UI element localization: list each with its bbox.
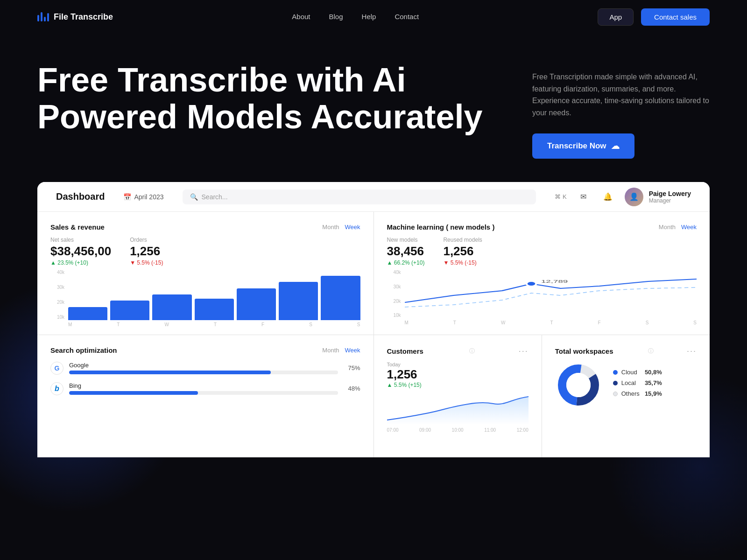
others-value: 15,9%	[643, 390, 662, 397]
bing-name: Bing	[69, 382, 338, 389]
search-tab-month[interactable]: Month	[322, 347, 339, 354]
search-placeholder: Search...	[202, 193, 228, 201]
svg-point-0	[526, 281, 536, 286]
search-tab-week[interactable]: Week	[345, 347, 360, 354]
reused-change: ▼ 5.5% (-15)	[443, 259, 482, 266]
ml-y-labels: 40k30k20k10k	[387, 270, 401, 325]
customers-line-chart	[387, 392, 529, 425]
nav-actions: App Contact sales	[598, 8, 710, 26]
hero-section: Free Transcribe with Ai Powered Models A…	[0, 34, 747, 177]
sales-tabs: Month Week	[322, 224, 360, 231]
bing-pct: 48%	[344, 385, 360, 392]
workspaces-more-icon[interactable]: ···	[687, 346, 697, 356]
sales-chart-area: 40k30k20k10k MTWTFSS	[50, 270, 360, 327]
sales-y-labels: 40k30k20k10k	[50, 270, 64, 327]
sales-panel-title: Sales & revenue	[50, 223, 105, 231]
logo-text: File Transcribe	[54, 12, 113, 22]
sales-x-labels: MTWTFSS	[68, 322, 360, 327]
net-sales-label: Net sales	[50, 237, 111, 243]
customers-value: 1,256	[387, 367, 529, 382]
navbar: File Transcribe About Blog Help Contact …	[0, 0, 747, 34]
ml-tabs: Month Week	[659, 224, 697, 231]
svg-point-6	[566, 373, 591, 397]
workspaces-info-icon: ⓘ	[648, 347, 654, 355]
workspaces-panel-title: Total workspaces	[555, 347, 613, 355]
orders-value: 1,256	[130, 244, 163, 259]
sales-revenue-panel: Sales & revenue Month Week Net sales $38…	[37, 212, 374, 335]
net-sales-change: ▲ 23.5% (+10)	[50, 259, 111, 266]
google-name: Google	[69, 362, 338, 369]
mail-icon[interactable]: ✉	[576, 189, 591, 204]
ml-tab-week[interactable]: Week	[681, 224, 697, 231]
calendar-icon: 📅	[123, 193, 131, 201]
hero-left: Free Transcribe with Ai Powered Models A…	[37, 62, 504, 135]
local-dot	[613, 381, 618, 385]
others-dot	[613, 392, 618, 396]
ml-line-chart: 12,789	[405, 270, 697, 316]
bing-bar-wrapper: Bing	[69, 382, 338, 395]
nav-link-contact[interactable]: Contact	[395, 13, 419, 21]
user-avatar: 👤	[625, 188, 643, 206]
customers-panel: Customers ⓘ ··· Today 1,256 ▲ 5.5% (+15)	[374, 335, 542, 458]
ml-x-labels: MTWTFSS	[405, 320, 697, 325]
app-button[interactable]: App	[598, 8, 634, 26]
sales-tab-month[interactable]: Month	[322, 224, 339, 231]
sales-tab-week[interactable]: Week	[345, 224, 360, 231]
workspaces-panel: Total workspaces ⓘ ···	[542, 335, 710, 458]
dashboard-date: 📅 April 2023	[123, 193, 163, 201]
dashboard-content: Sales & revenue Month Week Net sales $38…	[37, 212, 710, 457]
bing-bar-fill	[69, 391, 198, 395]
cmd-icon: ⌘	[555, 193, 561, 200]
ml-tab-month[interactable]: Month	[659, 224, 676, 231]
cloud-dot	[613, 370, 618, 375]
donut-chart	[555, 362, 602, 408]
contact-sales-button[interactable]: Contact sales	[641, 8, 710, 26]
customers-panel-title: Customers	[387, 347, 423, 355]
search-panel-title: Search optimization	[50, 346, 117, 354]
keyboard-shortcut: ⌘ K	[555, 193, 567, 200]
sales-chart-inner: MTWTFSS	[68, 270, 360, 327]
nav-link-blog[interactable]: Blog	[329, 13, 343, 21]
others-label: Others	[621, 390, 640, 397]
transcribe-label: Transcribe Now	[547, 141, 606, 151]
local-value: 35,7%	[643, 379, 662, 386]
date-label: April 2023	[134, 193, 163, 201]
google-logo: G	[50, 362, 63, 375]
logo[interactable]: File Transcribe	[37, 12, 113, 22]
hero-description: Free Transcription made simple with adva…	[532, 71, 710, 119]
search-bing-item: b Bing 48%	[50, 382, 360, 395]
dashboard-actions: ⌘ K ✉ 🔔 👤 Paige Lowery Manager	[555, 188, 691, 206]
google-bar-track	[69, 371, 338, 374]
legend-cloud: Cloud 50,8%	[613, 369, 662, 376]
notification-icon[interactable]: 🔔	[600, 189, 615, 204]
logo-icon	[37, 12, 49, 21]
dashboard-header: Dashboard 📅 April 2023 🔍 Search... ⌘ K ✉…	[37, 182, 710, 212]
google-pct: 75%	[344, 364, 360, 371]
dashboard-search[interactable]: 🔍 Search...	[183, 189, 536, 204]
nav-link-about[interactable]: About	[292, 13, 310, 21]
google-bar-fill	[69, 371, 271, 374]
cloud-value: 50,8%	[643, 369, 662, 376]
legend-others: Others 15,9%	[613, 390, 662, 397]
customers-more-icon[interactable]: ···	[519, 346, 529, 356]
bing-logo: b	[50, 382, 63, 395]
search-google-item: G Google 75%	[50, 362, 360, 375]
new-models-label: New models	[387, 237, 425, 243]
user-info: Paige Lowery Manager	[649, 190, 691, 204]
nav-link-help[interactable]: Help	[362, 13, 376, 21]
search-icon: 🔍	[190, 193, 198, 201]
orders-change: ▼ 5.5% (-15)	[130, 259, 163, 266]
google-bar-wrapper: Google	[69, 362, 338, 374]
new-models-change: ▲ 66.2% (+10)	[387, 259, 425, 266]
dashboard-title: Dashboard	[56, 191, 105, 202]
local-label: Local	[621, 379, 636, 386]
transcribe-now-button[interactable]: Transcribe Now ☁	[532, 133, 634, 159]
customers-info-icon: ⓘ	[469, 347, 475, 355]
user-profile[interactable]: 👤 Paige Lowery Manager	[625, 188, 691, 206]
dashboard-wrapper: Dashboard 📅 April 2023 🔍 Search... ⌘ K ✉…	[37, 182, 710, 457]
ml-chart-inner: 12,789 MTWTFSS	[405, 270, 697, 325]
cloud-label: Cloud	[621, 369, 637, 376]
reused-label: Reused models	[443, 237, 482, 243]
user-role: Manager	[649, 197, 691, 204]
orders-label: Orders	[130, 237, 163, 243]
